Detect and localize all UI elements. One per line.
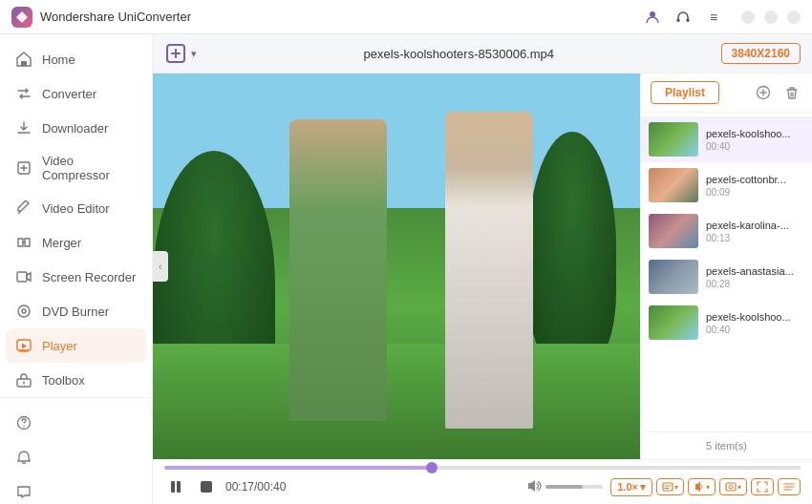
scene-tree-right [528,132,616,363]
sidebar-item-dvd-burner[interactable]: DVD Burner [0,294,152,328]
sidebar-item-downloader[interactable]: Downloader [0,111,152,145]
playlist-item[interactable]: pexels-cottonbr... 00:09 ✕ [641,162,812,208]
sidebar-item-feedback[interactable] [0,474,152,504]
bell-icon [15,449,32,466]
sidebar-item-screen-recorder[interactable]: Screen Recorder [0,260,152,294]
svg-rect-17 [201,481,212,493]
sidebar-item-merger[interactable]: Merger [0,225,152,260]
controls-bar: 00:17/00:40 1.0× ▾ [153,459,812,504]
collapse-arrow[interactable]: ‹ [153,251,168,282]
playlist-thumb [649,214,698,248]
svg-rect-15 [171,481,175,493]
player-container: ‹ Playlist [153,74,812,459]
playlist-tab[interactable]: Playlist [651,81,719,104]
playlist-thumb [649,168,698,202]
title-bar-left: Wondershare UniConverter [11,7,191,28]
sidebar-item-video-editor[interactable]: Video Editor [0,191,152,225]
svg-point-7 [22,309,26,313]
playlist-delete-button[interactable] [781,82,802,103]
svg-rect-2 [687,18,690,22]
sidebar-item-home[interactable]: Home [0,42,152,76]
playlist-items: pexels-koolshoo... 00:40 pexels-cottonbr… [641,113,812,431]
svg-rect-18 [663,483,673,491]
toolbox-icon [15,371,32,388]
close-button[interactable]: ✕ [787,10,801,24]
playlist-item[interactable]: pexels-koolshoo... 00:40 [641,300,812,346]
volume-icon[interactable] [526,478,542,496]
speed-button[interactable]: 1.0× ▾ [610,478,652,496]
sidebar-item-home-label: Home [42,52,75,67]
sidebar-item-converter[interactable]: Converter [0,76,152,111]
playlist-thumb [649,260,698,294]
playlist-item[interactable]: pexels-karolina-... 00:13 [641,208,812,254]
progress-fill [164,466,432,470]
player-icon [15,337,32,354]
screenshot-dropdown-arrow: ▾ [737,483,741,492]
svg-rect-19 [726,483,736,491]
feedback-icon [15,483,32,500]
progress-track[interactable] [164,466,801,470]
sidebar-item-recorder-label: Screen Recorder [42,270,136,284]
import-dropdown-arrow[interactable]: ▾ [191,48,197,60]
subtitle-button[interactable]: ▾ [656,478,684,495]
profile-icon[interactable] [644,9,661,26]
playlist-item-name: pexels-karolina-... [706,220,804,231]
volume-slider[interactable] [545,485,603,489]
maximize-button[interactable]: □ [764,10,778,24]
svg-rect-1 [677,18,680,22]
app-logo [11,7,32,28]
time-display: 00:17/00:40 [225,480,286,494]
playlist-item-name: pexels-koolshoo... [706,128,804,139]
sidebar-item-compressor-label: Video Compressor [42,154,137,182]
headphone-icon[interactable] [674,9,692,26]
volume-section [526,478,603,496]
resolution-badge: 3840X2160 [721,43,801,64]
playlist-item[interactable]: pexels-anastasia... 00:28 [641,254,812,300]
sidebar-item-editor-label: Video Editor [42,201,110,216]
minimize-button[interactable]: — [741,10,755,24]
screenshot-button[interactable]: ▾ [719,478,747,495]
sidebar-bottom [0,397,152,504]
playlist-item-duration: 00:40 [706,141,804,152]
svg-point-6 [18,305,30,317]
title-bar: Wondershare UniConverter ≡ — □ ✕ [0,0,812,34]
sidebar-item-toolbox[interactable]: Toolbox [0,363,152,397]
svg-rect-16 [177,481,181,493]
playlist-item-info: pexels-karolina-... 00:13 [706,220,804,243]
subtitle-dropdown-arrow: ▾ [674,483,678,492]
playlist-item-info: pexels-koolshoo... 00:40 [706,311,804,335]
svg-point-20 [729,485,733,489]
hamburger-icon[interactable]: ≡ [705,9,722,26]
playlist-item-info: pexels-anastasia... 00:28 [706,265,804,289]
stop-button[interactable] [195,475,218,498]
sidebar-item-player[interactable]: Player [6,328,146,363]
playlist-add-button[interactable] [753,82,774,103]
playlist-thumb [649,122,698,157]
video-wrapper[interactable]: ‹ [153,74,640,459]
sidebar-item-downloader-label: Downloader [42,121,108,136]
progress-thumb[interactable] [426,462,438,473]
right-controls: 1.0× ▾ ▾ ▾ ▾ [610,478,801,496]
fullscreen-button[interactable] [751,478,774,495]
svg-rect-3 [21,61,27,66]
import-button[interactable] [164,42,187,65]
pause-button[interactable] [164,475,187,498]
sidebar-item-bell[interactable] [0,440,152,474]
playlist-header: Playlist [641,74,812,113]
playlist-toggle-button[interactable] [778,478,801,495]
merger-icon [15,234,32,251]
playlist-actions [753,82,802,103]
editor-icon [15,200,32,217]
svg-point-0 [650,11,655,17]
video-scene [153,74,640,459]
main-content: ▾ pexels-koolshooters-8530006.mp4 3840X2… [153,34,812,504]
sidebar-item-video-compressor[interactable]: Video Compressor [0,145,152,191]
sidebar-item-help[interactable] [0,406,152,440]
speed-dropdown-arrow: ▾ [640,481,646,494]
playlist-item-duration: 00:28 [706,279,804,289]
playlist-item[interactable]: pexels-koolshoo... 00:40 [641,116,812,162]
playlist-item-duration: 00:13 [706,233,804,243]
app-title: Wondershare UniConverter [40,10,191,24]
sidebar-item-player-label: Player [42,339,77,353]
audio-button[interactable]: ▾ [688,478,716,495]
